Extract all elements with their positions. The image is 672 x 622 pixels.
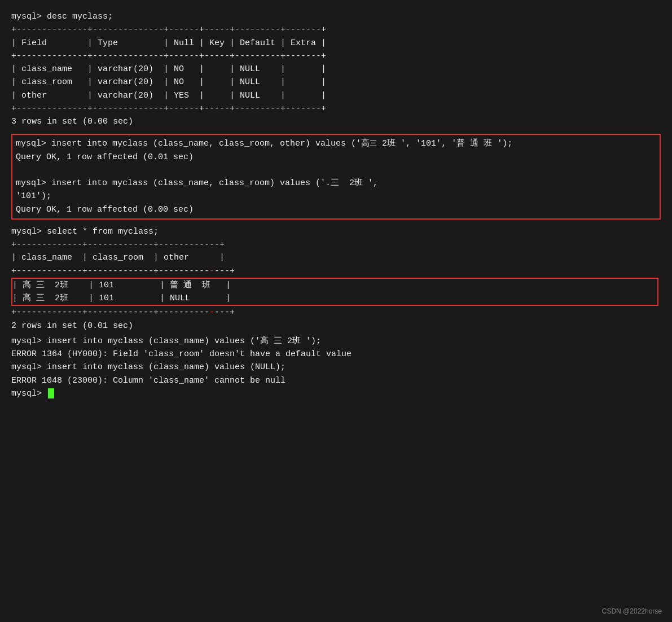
cursor-block [48, 388, 54, 398]
rows-count-1: 3 rows in set (0.00 sec) [11, 115, 661, 128]
select-header: | class_name | class_room | other | [11, 251, 661, 264]
select-command: mysql> select * from myclass; [11, 225, 661, 238]
select-top-border: +-------------+-------------+-----------… [11, 238, 661, 251]
final-prompt: mysql> [11, 387, 661, 400]
blank-2 [16, 164, 656, 177]
select-row-1: | 高 三 2班 | 101 | 普 通 班 | [12, 279, 657, 292]
rows-count-2: 2 rows in set (0.01 sec) [11, 319, 661, 332]
table-header-line: | Field | Type | Null | Key | Default | … [11, 37, 661, 50]
select-bottom-border: +-------------+-------------+-----------… [11, 306, 661, 319]
terminal: mysql> desc myclass; +--------------+---… [0, 0, 672, 622]
select-header-border: +-------------+-------------+-----------… [11, 265, 661, 278]
row-class-name: | class_name | varchar(20) | NO | | NULL… [11, 63, 661, 76]
insert2-result: Query OK, 1 row affected (0.00 sec) [16, 203, 656, 216]
insert4-command: mysql> insert into myclass (class_name) … [11, 361, 661, 374]
row-class-room: | class_room | varchar(20) | NO | | NULL… [11, 76, 661, 89]
table-top-border: +--------------+--------------+------+--… [11, 23, 661, 36]
insert2-continuation: '101'); [16, 190, 656, 203]
error-1048: ERROR 1048 (23000): Column 'class_name' … [11, 374, 661, 387]
insert-section-box: mysql> insert into myclass (class_name, … [11, 134, 661, 220]
table-bottom-border: +--------------+--------------+------+--… [11, 102, 661, 115]
table-header-border: +--------------+--------------+------+--… [11, 50, 661, 63]
insert2-command: mysql> insert into myclass (class_name, … [16, 177, 656, 190]
desc-command-line: mysql> desc myclass; [11, 10, 661, 23]
row-other: | other | varchar(20) | YES | | NULL | | [11, 89, 661, 102]
watermark: CSDN @2022horse [602, 607, 662, 615]
insert1-command: mysql> insert into myclass (class_name, … [16, 137, 656, 150]
spacer-1 [11, 128, 661, 130]
error-1364: ERROR 1364 (HY000): Field 'class_room' d… [11, 348, 661, 361]
insert1-result: Query OK, 1 row affected (0.01 sec) [16, 151, 656, 164]
select-data-box: | 高 三 2班 | 101 | 普 通 班 | | 高 三 2班 | 101 … [11, 278, 658, 306]
select-row-2: | 高 三 2班 | 101 | NULL | [12, 292, 657, 305]
insert3-command: mysql> insert into myclass (class_name) … [11, 335, 661, 348]
